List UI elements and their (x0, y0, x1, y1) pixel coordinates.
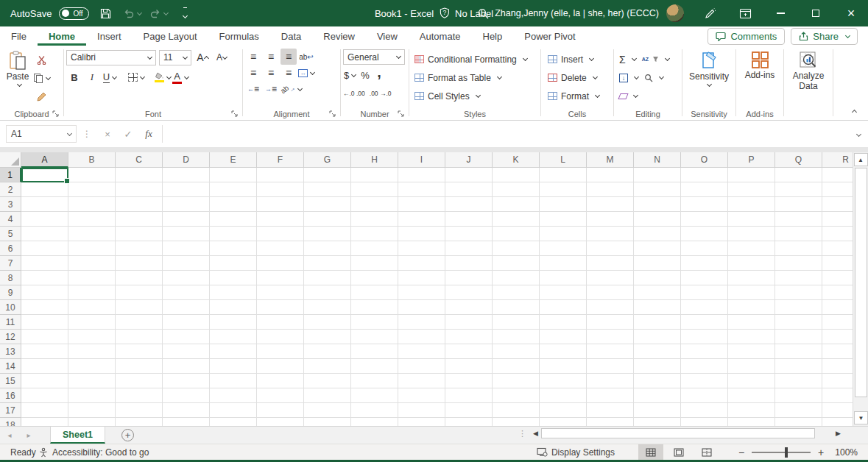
cell-H7[interactable] (351, 256, 398, 271)
cell-N18[interactable] (634, 418, 681, 426)
cell-J5[interactable] (445, 227, 493, 241)
cell-D1[interactable] (163, 168, 210, 182)
tab-insert[interactable]: Insert (86, 26, 133, 46)
cell-G11[interactable] (304, 315, 351, 330)
cell-O16[interactable] (681, 388, 728, 403)
column-header-K[interactable]: K (493, 152, 540, 168)
sheet-tab-sheet1[interactable]: Sheet1 (50, 427, 105, 444)
cell-E18[interactable] (210, 418, 257, 426)
cell-J16[interactable] (445, 388, 493, 403)
cell-Q12[interactable] (775, 330, 822, 344)
cell-Q3[interactable] (775, 197, 822, 212)
cell-L9[interactable] (540, 285, 587, 300)
cell-P10[interactable] (728, 300, 775, 315)
cell-G14[interactable] (304, 359, 351, 374)
comma-style-button[interactable]: , (374, 67, 384, 83)
delete-cells-button[interactable]: Delete (548, 69, 611, 87)
cell-P7[interactable] (728, 256, 775, 271)
cell-I12[interactable] (398, 330, 445, 344)
scrollbar-resize-handle[interactable]: ⋮ (518, 429, 526, 438)
cell-E6[interactable] (210, 241, 257, 256)
cell-E9[interactable] (210, 285, 257, 300)
cell-R13[interactable] (822, 344, 853, 359)
cell-N6[interactable] (634, 241, 681, 256)
cell-K13[interactable] (493, 344, 540, 359)
cell-M16[interactable] (587, 388, 634, 403)
cell-A5[interactable] (21, 227, 68, 241)
cell-F3[interactable] (257, 197, 304, 212)
insert-function-button[interactable]: fx (138, 125, 159, 143)
cell-P18[interactable] (728, 418, 775, 426)
close-button[interactable]: × (834, 0, 868, 26)
cell-A14[interactable] (21, 359, 68, 374)
cell-O10[interactable] (681, 300, 728, 315)
new-sheet-button[interactable]: + (121, 429, 134, 441)
tab-file[interactable]: File (0, 26, 38, 46)
cell-K8[interactable] (493, 271, 540, 285)
cell-R15[interactable] (822, 374, 853, 388)
cell-Q17[interactable] (775, 403, 822, 418)
cell-N9[interactable] (634, 285, 681, 300)
cell-P13[interactable] (728, 344, 775, 359)
cell-K3[interactable] (493, 197, 540, 212)
decrease-decimal-button[interactable]: .00 →.0 (370, 85, 392, 102)
cell-E16[interactable] (210, 388, 257, 403)
column-header-P[interactable]: P (728, 152, 775, 168)
row-header-2[interactable]: 2 (0, 182, 21, 197)
column-header-Q[interactable]: Q (775, 152, 822, 168)
cell-P16[interactable] (728, 388, 775, 403)
cell-N3[interactable] (634, 197, 681, 212)
cell-E3[interactable] (210, 197, 257, 212)
cell-B1[interactable] (68, 168, 116, 182)
cell-I5[interactable] (398, 227, 445, 241)
cell-J6[interactable] (445, 241, 493, 256)
cell-N17[interactable] (634, 403, 681, 418)
cell-G18[interactable] (304, 418, 351, 426)
cell-H9[interactable] (351, 285, 398, 300)
cell-R10[interactable] (822, 300, 853, 315)
cell-A11[interactable] (21, 315, 68, 330)
column-header-O[interactable]: O (681, 152, 728, 168)
cell-N4[interactable] (634, 212, 681, 227)
cell-R5[interactable] (822, 227, 853, 241)
minimize-button[interactable] (763, 0, 797, 26)
previous-sheet-button[interactable]: ◂ (0, 427, 19, 444)
cell-H4[interactable] (351, 212, 398, 227)
cell-F2[interactable] (257, 182, 304, 197)
cell-M13[interactable] (587, 344, 634, 359)
cell-N12[interactable] (634, 330, 681, 344)
cell-K16[interactable] (493, 388, 540, 403)
cell-P3[interactable] (728, 197, 775, 212)
cell-G8[interactable] (304, 271, 351, 285)
conditional-formatting-button[interactable]: Conditional Formatting (414, 51, 538, 68)
cell-K18[interactable] (493, 418, 540, 426)
cell-F4[interactable] (257, 212, 304, 227)
row-header-11[interactable]: 11 (0, 315, 21, 330)
cell-J7[interactable] (445, 256, 493, 271)
cell-J2[interactable] (445, 182, 493, 197)
row-header-4[interactable]: 4 (0, 212, 21, 227)
cell-P2[interactable] (728, 182, 775, 197)
cell-B12[interactable] (68, 330, 116, 344)
vertical-scroll-thumb[interactable] (855, 168, 867, 397)
cell-J14[interactable] (445, 359, 493, 374)
cell-styles-button[interactable]: Cell Styles (414, 88, 538, 105)
cell-B14[interactable] (68, 359, 116, 374)
cell-H12[interactable] (351, 330, 398, 344)
cell-E1[interactable] (210, 168, 257, 182)
redo-button[interactable] (149, 4, 169, 23)
font-name-combo[interactable]: Calibri (66, 50, 156, 65)
cell-M8[interactable] (587, 271, 634, 285)
cell-M6[interactable] (587, 241, 634, 256)
search-icon[interactable] (477, 7, 490, 20)
zoom-slider-handle[interactable] (785, 447, 788, 458)
cell-H11[interactable] (351, 315, 398, 330)
increase-indent-button[interactable]: →≡ (263, 81, 279, 97)
cell-K15[interactable] (493, 374, 540, 388)
cell-B7[interactable] (68, 256, 116, 271)
cell-H3[interactable] (351, 197, 398, 212)
cell-M5[interactable] (587, 227, 634, 241)
cell-P14[interactable] (728, 359, 775, 374)
cell-K1[interactable] (493, 168, 540, 182)
cell-Q13[interactable] (775, 344, 822, 359)
